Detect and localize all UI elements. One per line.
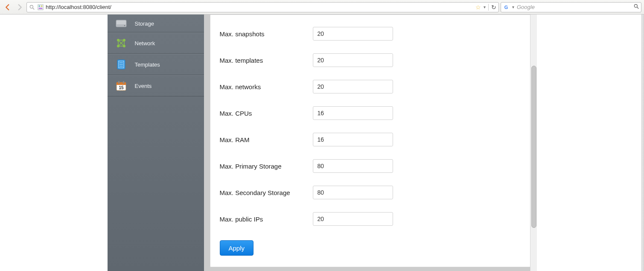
scrollbar-thumb[interactable] [531, 66, 536, 228]
storage-icon [115, 17, 127, 29]
svg-point-0 [30, 5, 33, 8]
search-engine-icon: G [503, 4, 510, 11]
svg-rect-3 [39, 5, 41, 7]
svg-line-7 [637, 7, 639, 9]
field-label: Max. CPUs [220, 110, 313, 117]
search-engine-dropdown-icon[interactable]: ▾ [511, 5, 515, 9]
app-container: Storage Network Templates 15 Events [108, 15, 537, 271]
sidebar-item-label: Network [135, 40, 155, 47]
svg-text:15: 15 [119, 85, 124, 90]
svg-rect-22 [118, 81, 119, 84]
form-row-max-ram: Max. RAM [220, 133, 521, 146]
svg-rect-23 [123, 81, 124, 84]
url-bar[interactable]: http://localhost:8080/client/ ☆ ▾ ↻ [26, 2, 499, 12]
content-area: Max. snapshots Max. templates Max. netwo… [204, 15, 537, 271]
max-secondary-storage-input[interactable] [313, 186, 393, 199]
field-label: Max. templates [220, 57, 313, 64]
field-label: Max. RAM [220, 136, 313, 143]
form-panel: Max. snapshots Max. templates Max. netwo… [210, 15, 531, 267]
max-templates-input[interactable] [313, 53, 393, 67]
form-row-max-cpus: Max. CPUs [220, 106, 521, 120]
bookmark-star-icon[interactable]: ☆ [475, 4, 481, 11]
sidebar-item-network[interactable]: Network [108, 32, 204, 54]
max-snapshots-input[interactable] [313, 27, 393, 41]
search-submit-icon[interactable] [633, 3, 639, 11]
svg-rect-21 [117, 82, 126, 85]
field-label: Max. networks [220, 83, 313, 90]
calendar-icon: 15 [115, 80, 127, 92]
max-ram-input[interactable] [313, 133, 393, 146]
svg-rect-4 [41, 5, 43, 7]
browser-toolbar: http://localhost:8080/client/ ☆ ▾ ↻ G ▾ … [0, 0, 644, 15]
reload-button[interactable]: ↻ [488, 4, 497, 11]
max-primary-storage-input[interactable] [313, 159, 393, 173]
url-history-dropdown-icon[interactable]: ▾ [483, 5, 487, 9]
sidebar-item-label: Storage [135, 20, 154, 27]
form-row-max-networks: Max. networks [220, 80, 521, 93]
svg-rect-5 [39, 7, 43, 9]
search-placeholder: Google [517, 4, 632, 10]
window-scrollbar[interactable] [641, 15, 644, 271]
sidebar: Storage Network Templates 15 Events [108, 15, 204, 271]
content-scrollbar[interactable] [530, 15, 537, 271]
identity-icon [29, 4, 35, 11]
favicon-icon [37, 4, 44, 11]
form-row-max-primary-storage: Max. Primary Storage [220, 159, 521, 173]
field-label: Max. Primary Storage [220, 163, 313, 170]
svg-point-6 [634, 4, 637, 7]
back-button[interactable] [3, 2, 13, 12]
forward-button[interactable] [15, 2, 25, 12]
field-label: Max. public IPs [220, 216, 313, 223]
form-row-max-public-ips: Max. public IPs [220, 212, 521, 226]
form-row-max-snapshots: Max. snapshots [220, 27, 521, 41]
sidebar-item-templates[interactable]: Templates [108, 54, 204, 75]
sidebar-item-events[interactable]: 15 Events [108, 75, 204, 96]
max-public-ips-input[interactable] [313, 212, 393, 226]
field-label: Max. Secondary Storage [220, 189, 313, 196]
max-cpus-input[interactable] [313, 106, 393, 120]
search-bar[interactable]: G ▾ Google [501, 2, 641, 12]
templates-icon [115, 58, 127, 70]
page-viewport: Storage Network Templates 15 Events [0, 15, 644, 271]
field-label: Max. snapshots [220, 30, 313, 38]
network-icon [115, 37, 127, 49]
max-networks-input[interactable] [313, 80, 393, 93]
sidebar-item-storage[interactable]: Storage [108, 15, 204, 32]
sidebar-item-label: Events [135, 83, 152, 89]
svg-line-1 [33, 8, 35, 9]
sidebar-item-label: Templates [135, 61, 160, 68]
form-row-max-templates: Max. templates [220, 53, 521, 67]
svg-point-10 [124, 25, 125, 26]
url-text[interactable]: http://localhost:8080/client/ [46, 4, 474, 10]
form-row-max-secondary-storage: Max. Secondary Storage [220, 186, 521, 199]
apply-button[interactable]: Apply [220, 240, 254, 256]
